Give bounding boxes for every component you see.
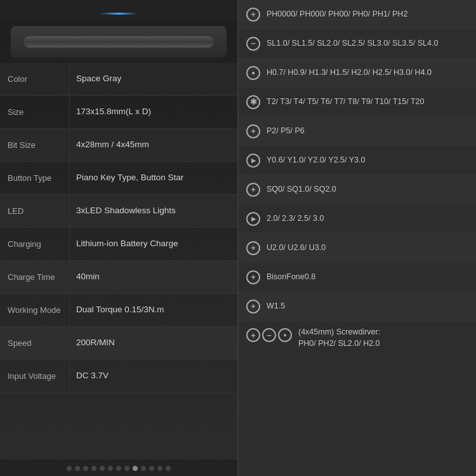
spec-label: Speed: [0, 327, 70, 359]
bit-icon: −: [262, 328, 276, 342]
pagination-dot[interactable]: [116, 466, 121, 471]
spec-row: Speed200R/MIN: [0, 327, 237, 360]
bit-text: PH0000/ PH000/ PH00/ PH0/ PH1/ PH2: [267, 9, 407, 20]
spec-value: DC 3.7V: [70, 360, 237, 392]
spec-title-area: [0, 0, 237, 21]
bit-icon: ●: [246, 66, 260, 80]
spec-label: Bit Size: [0, 129, 70, 161]
bit-icon: +: [246, 8, 260, 22]
spec-row: LED3xLED Shadowless Lights: [0, 195, 237, 228]
spec-table: ColorSpace GraySize173x15.8mm(L x D)Bit …: [0, 63, 237, 459]
bit-text: H0.7/ H0.9/ H1.3/ H1.5/ H2.0/ H2.5/ H3.0…: [267, 67, 432, 79]
bit-text: W1.5: [267, 301, 285, 312]
pagination-dot[interactable]: [141, 466, 146, 471]
spec-value: Piano Key Type, Button Star: [70, 162, 237, 194]
screwdriver-image: [11, 26, 227, 58]
spec-value: 3xLED Shadowless Lights: [70, 195, 237, 227]
bit-text: Y0.6/ Y1.0/ Y2.0/ Y2.5/ Y3.0: [267, 155, 365, 166]
spec-value: 173x15.8mm(L x D): [70, 96, 237, 128]
pagination-dot[interactable]: [75, 466, 80, 471]
spec-value: Space Gray: [70, 63, 237, 95]
bit-row: +P2/ P5/ P6: [239, 117, 476, 146]
spec-value: 200R/MIN: [70, 327, 237, 359]
spec-label: Charge Time: [0, 261, 70, 293]
pagination-dot[interactable]: [83, 466, 88, 471]
pagination-dot[interactable]: [149, 466, 154, 471]
bit-icon: ▶: [246, 154, 260, 168]
bit-text: P2/ P5/ P6: [267, 126, 305, 137]
spec-row: Input VoltageDC 3.7V: [0, 360, 237, 393]
bit-row: +U2.0/ U2.6/ U3.0: [239, 234, 476, 263]
bit-text: T2/ T3/ T4/ T5/ T6/ T7/ T8/ T9/ T10/ T15…: [267, 96, 425, 108]
bit-icon: +: [246, 270, 260, 284]
bit-icon: +: [246, 124, 260, 138]
bit-text: U2.0/ U2.6/ U3.0: [267, 242, 326, 254]
pagination-dot[interactable]: [100, 466, 105, 471]
spec-label: Size: [0, 96, 70, 128]
right-panel: +PH0000/ PH000/ PH00/ PH0/ PH1/ PH2−SL1.…: [238, 0, 476, 476]
title-underline: [100, 13, 138, 15]
bit-icon: +: [246, 183, 260, 197]
spec-value: Lithium-ion Battery Charge: [70, 228, 237, 260]
bit-row: +W1.5: [239, 292, 476, 321]
spec-row: ColorSpace Gray: [0, 63, 237, 96]
bit-row: +SQ0/ SQ1.0/ SQ2.0: [239, 175, 476, 204]
pagination-dot[interactable]: [166, 466, 171, 471]
pagination-dot[interactable]: [157, 466, 162, 471]
bit-icon: +: [246, 328, 260, 342]
bit-row: ▶Y0.6/ Y1.0/ Y2.0/ Y2.5/ Y3.0: [239, 146, 476, 175]
pagination-dot[interactable]: [133, 466, 138, 471]
pagination-dot[interactable]: [91, 466, 96, 471]
bit-row: +PH0000/ PH000/ PH00/ PH0/ PH1/ PH2: [239, 0, 476, 29]
bottom-dots: [0, 459, 237, 476]
spec-value: 40min: [70, 261, 237, 293]
spec-value: 4x28mm / 4x45mm: [70, 129, 237, 161]
spec-row: Size173x15.8mm(L x D): [0, 96, 237, 129]
bit-icon: +: [246, 300, 260, 314]
bit-text-last: (4x45mm) Screwdirver: PH0/ PH2/ SL2.0/ H…: [298, 327, 380, 349]
bit-text: 2.0/ 2.3/ 2.5/ 3.0: [267, 213, 324, 225]
bit-row: ▶2.0/ 2.3/ 2.5/ 3.0: [239, 204, 476, 234]
bit-row: +BisonFone0.8: [239, 263, 476, 292]
spec-label: Charging: [0, 228, 70, 260]
spec-label: Button Type: [0, 162, 70, 194]
bit-row: −SL1.0/ SL1.5/ SL2.0/ SL2.5/ SL3.0/ SL3.…: [239, 29, 476, 58]
spec-label: Color: [0, 63, 70, 95]
bit-icon: +: [246, 241, 260, 255]
screwdriver-body: [23, 36, 214, 48]
bit-icon: ▶: [246, 212, 260, 226]
bit-row: ✱T2/ T3/ T4/ T5/ T6/ T7/ T8/ T9/ T10/ T1…: [239, 88, 476, 117]
pagination-dot[interactable]: [124, 466, 129, 471]
bit-row-last: +−●(4x45mm) Screwdirver: PH0/ PH2/ SL2.0…: [239, 321, 476, 357]
bit-text: SL1.0/ SL1.5/ SL2.0/ SL2.5/ SL3.0/ SL3.5…: [267, 38, 438, 50]
spec-label: LED: [0, 195, 70, 227]
bit-row: ●H0.7/ H0.9/ H1.3/ H1.5/ H2.0/ H2.5/ H3.…: [239, 58, 476, 88]
spec-row: Button TypePiano Key Type, Button Star: [0, 162, 237, 195]
bit-icon: −: [246, 37, 260, 51]
spec-row: Charge Time40min: [0, 261, 237, 294]
bit-icons-group: +−●: [246, 328, 292, 342]
spec-row: Bit Size4x28mm / 4x45mm: [0, 129, 237, 162]
spec-value: Dual Torque 0.15/3N.m: [70, 294, 237, 326]
bit-text: BisonFone0.8: [267, 272, 315, 283]
spec-label: Working Mode: [0, 294, 70, 326]
spec-label: Input Voltage: [0, 360, 70, 392]
bit-icon: ✱: [246, 95, 260, 109]
spec-row: ChargingLithium-ion Battery Charge: [0, 228, 237, 261]
bit-text: SQ0/ SQ1.0/ SQ2.0: [267, 184, 336, 195]
pagination-dot[interactable]: [108, 466, 113, 471]
left-panel: ColorSpace GraySize173x15.8mm(L x D)Bit …: [0, 0, 238, 476]
spec-row: Working ModeDual Torque 0.15/3N.m: [0, 294, 237, 327]
pagination-dot[interactable]: [67, 466, 72, 471]
bit-icon: ●: [278, 328, 292, 342]
